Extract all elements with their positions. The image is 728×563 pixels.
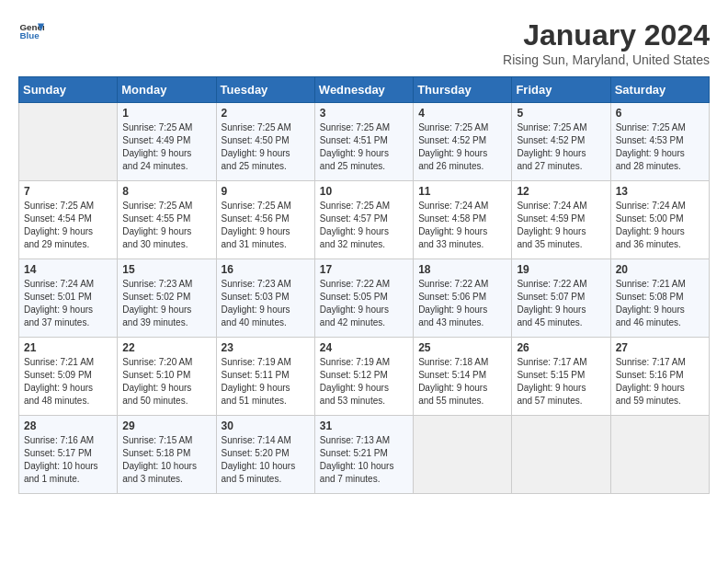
day-info: Sunrise: 7:25 AM Sunset: 4:53 PM Dayligh… (616, 121, 704, 173)
day-number: 3 (320, 107, 408, 120)
day-info: Sunrise: 7:25 AM Sunset: 4:52 PM Dayligh… (517, 121, 605, 173)
day-number: 27 (616, 341, 704, 354)
day-info: Sunrise: 7:17 AM Sunset: 5:16 PM Dayligh… (616, 356, 704, 408)
calendar-cell: 21Sunrise: 7:21 AM Sunset: 5:09 PM Dayli… (19, 338, 118, 416)
calendar-cell: 24Sunrise: 7:19 AM Sunset: 5:12 PM Dayli… (314, 338, 413, 416)
calendar-cell (19, 103, 118, 181)
day-number: 28 (24, 419, 112, 432)
day-info: Sunrise: 7:19 AM Sunset: 5:11 PM Dayligh… (222, 356, 310, 408)
header-cell-monday: Monday (118, 77, 216, 103)
calendar-cell: 22Sunrise: 7:20 AM Sunset: 5:10 PM Dayli… (118, 338, 216, 416)
day-number: 19 (517, 263, 605, 276)
day-number: 9 (222, 185, 310, 198)
day-number: 31 (320, 419, 408, 432)
header-cell-wednesday: Wednesday (314, 77, 413, 103)
day-number: 14 (24, 263, 112, 276)
day-info: Sunrise: 7:21 AM Sunset: 5:09 PM Dayligh… (24, 356, 112, 408)
day-info: Sunrise: 7:15 AM Sunset: 5:18 PM Dayligh… (122, 434, 210, 486)
calendar-week-row: 7Sunrise: 7:25 AM Sunset: 4:54 PM Daylig… (19, 181, 710, 259)
day-info: Sunrise: 7:25 AM Sunset: 4:50 PM Dayligh… (222, 121, 310, 173)
header-cell-sunday: Sunday (19, 77, 118, 103)
day-info: Sunrise: 7:24 AM Sunset: 5:01 PM Dayligh… (24, 278, 112, 329)
day-info: Sunrise: 7:20 AM Sunset: 5:10 PM Dayligh… (122, 356, 210, 408)
calendar-cell: 14Sunrise: 7:24 AM Sunset: 5:01 PM Dayli… (19, 259, 118, 338)
calendar-cell: 20Sunrise: 7:21 AM Sunset: 5:08 PM Dayli… (610, 259, 709, 338)
day-info: Sunrise: 7:25 AM Sunset: 4:52 PM Dayligh… (418, 121, 506, 173)
calendar-cell: 13Sunrise: 7:24 AM Sunset: 5:00 PM Dayli… (610, 181, 709, 259)
day-info: Sunrise: 7:22 AM Sunset: 5:07 PM Dayligh… (517, 278, 605, 329)
calendar-header-row: SundayMondayTuesdayWednesdayThursdayFrid… (19, 77, 710, 103)
calendar-cell: 30Sunrise: 7:14 AM Sunset: 5:20 PM Dayli… (216, 416, 314, 494)
day-number: 23 (222, 341, 310, 354)
day-number: 21 (24, 341, 112, 354)
day-info: Sunrise: 7:25 AM Sunset: 4:51 PM Dayligh… (320, 121, 408, 173)
day-info: Sunrise: 7:24 AM Sunset: 4:58 PM Dayligh… (418, 200, 506, 251)
calendar-cell: 5Sunrise: 7:25 AM Sunset: 4:52 PM Daylig… (512, 103, 610, 181)
day-number: 4 (418, 107, 506, 120)
day-number: 7 (24, 185, 112, 198)
calendar-cell: 16Sunrise: 7:23 AM Sunset: 5:03 PM Dayli… (216, 259, 314, 338)
header-cell-thursday: Thursday (414, 77, 512, 103)
calendar-cell: 11Sunrise: 7:24 AM Sunset: 4:58 PM Dayli… (414, 181, 512, 259)
calendar-cell (610, 416, 709, 494)
calendar-cell: 15Sunrise: 7:23 AM Sunset: 5:02 PM Dayli… (118, 259, 216, 338)
calendar-cell: 1Sunrise: 7:25 AM Sunset: 4:49 PM Daylig… (118, 103, 216, 181)
day-number: 8 (122, 185, 210, 198)
calendar-week-row: 14Sunrise: 7:24 AM Sunset: 5:01 PM Dayli… (19, 259, 710, 338)
day-number: 20 (616, 263, 704, 276)
day-number: 1 (122, 107, 210, 120)
day-info: Sunrise: 7:25 AM Sunset: 4:54 PM Dayligh… (24, 200, 112, 251)
calendar-cell: 3Sunrise: 7:25 AM Sunset: 4:51 PM Daylig… (314, 103, 413, 181)
calendar-cell: 8Sunrise: 7:25 AM Sunset: 4:55 PM Daylig… (118, 181, 216, 259)
logo-icon: General Blue (18, 18, 44, 44)
day-info: Sunrise: 7:22 AM Sunset: 5:05 PM Dayligh… (320, 278, 408, 329)
day-info: Sunrise: 7:18 AM Sunset: 5:14 PM Dayligh… (418, 356, 506, 408)
calendar-cell: 2Sunrise: 7:25 AM Sunset: 4:50 PM Daylig… (216, 103, 314, 181)
day-number: 13 (616, 185, 704, 198)
day-number: 24 (320, 341, 408, 354)
calendar-cell: 31Sunrise: 7:13 AM Sunset: 5:21 PM Dayli… (314, 416, 413, 494)
day-info: Sunrise: 7:24 AM Sunset: 4:59 PM Dayligh… (517, 200, 605, 251)
calendar-table: SundayMondayTuesdayWednesdayThursdayFrid… (18, 76, 710, 494)
day-number: 17 (320, 263, 408, 276)
calendar-cell: 7Sunrise: 7:25 AM Sunset: 4:54 PM Daylig… (19, 181, 118, 259)
day-info: Sunrise: 7:25 AM Sunset: 4:56 PM Dayligh… (222, 200, 310, 251)
calendar-cell: 9Sunrise: 7:25 AM Sunset: 4:56 PM Daylig… (216, 181, 314, 259)
day-info: Sunrise: 7:24 AM Sunset: 5:00 PM Dayligh… (616, 200, 704, 251)
day-number: 5 (517, 107, 605, 120)
calendar-cell: 12Sunrise: 7:24 AM Sunset: 4:59 PM Dayli… (512, 181, 610, 259)
day-number: 10 (320, 185, 408, 198)
day-info: Sunrise: 7:17 AM Sunset: 5:15 PM Dayligh… (517, 356, 605, 408)
calendar-cell: 28Sunrise: 7:16 AM Sunset: 5:17 PM Dayli… (19, 416, 118, 494)
calendar-week-row: 1Sunrise: 7:25 AM Sunset: 4:49 PM Daylig… (19, 103, 710, 181)
day-number: 22 (122, 341, 210, 354)
day-info: Sunrise: 7:22 AM Sunset: 5:06 PM Dayligh… (418, 278, 506, 329)
day-info: Sunrise: 7:14 AM Sunset: 5:20 PM Dayligh… (222, 434, 310, 486)
calendar-cell (512, 416, 610, 494)
month-title: January 2024 (503, 18, 710, 52)
calendar-cell: 25Sunrise: 7:18 AM Sunset: 5:14 PM Dayli… (414, 338, 512, 416)
calendar-cell: 4Sunrise: 7:25 AM Sunset: 4:52 PM Daylig… (414, 103, 512, 181)
day-number: 2 (222, 107, 310, 120)
calendar-cell: 18Sunrise: 7:22 AM Sunset: 5:06 PM Dayli… (414, 259, 512, 338)
calendar-week-row: 21Sunrise: 7:21 AM Sunset: 5:09 PM Dayli… (19, 338, 710, 416)
header: General Blue January 2024 Rising Sun, Ma… (18, 18, 710, 67)
day-info: Sunrise: 7:23 AM Sunset: 5:02 PM Dayligh… (122, 278, 210, 329)
day-info: Sunrise: 7:25 AM Sunset: 4:57 PM Dayligh… (320, 200, 408, 251)
svg-text:Blue: Blue (19, 30, 40, 40)
day-number: 26 (517, 341, 605, 354)
calendar-cell: 26Sunrise: 7:17 AM Sunset: 5:15 PM Dayli… (512, 338, 610, 416)
calendar-cell: 10Sunrise: 7:25 AM Sunset: 4:57 PM Dayli… (314, 181, 413, 259)
day-number: 15 (122, 263, 210, 276)
calendar-cell (414, 416, 512, 494)
logo: General Blue (18, 18, 44, 44)
calendar-cell: 6Sunrise: 7:25 AM Sunset: 4:53 PM Daylig… (610, 103, 709, 181)
day-info: Sunrise: 7:25 AM Sunset: 4:49 PM Dayligh… (122, 121, 210, 173)
location-title: Rising Sun, Maryland, United States (503, 52, 710, 67)
calendar-cell: 17Sunrise: 7:22 AM Sunset: 5:05 PM Dayli… (314, 259, 413, 338)
day-number: 16 (222, 263, 310, 276)
day-info: Sunrise: 7:16 AM Sunset: 5:17 PM Dayligh… (24, 434, 112, 486)
day-info: Sunrise: 7:21 AM Sunset: 5:08 PM Dayligh… (616, 278, 704, 329)
day-number: 12 (517, 185, 605, 198)
title-block: January 2024 Rising Sun, Maryland, Unite… (503, 18, 710, 67)
